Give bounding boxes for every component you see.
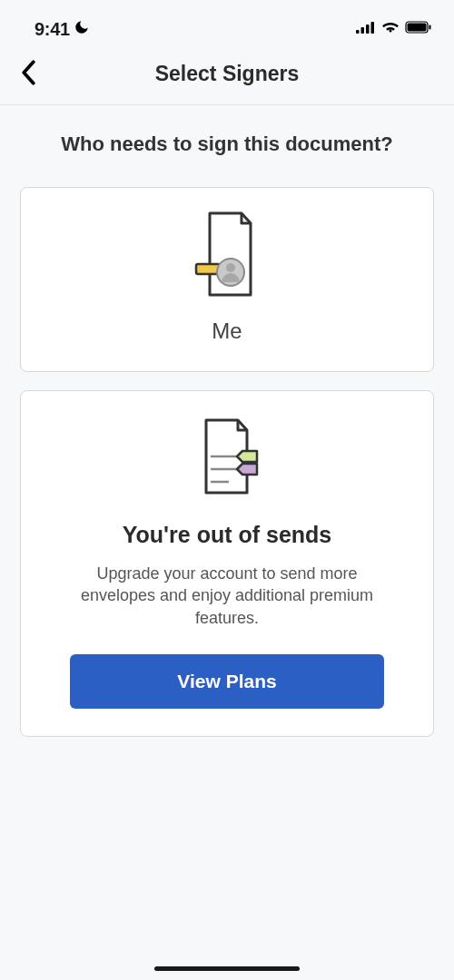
upgrade-card: You're out of sends Upgrade your account… (20, 390, 434, 737)
home-indicator[interactable] (154, 966, 300, 971)
section-heading: Who needs to sign this document? (20, 132, 434, 156)
cellular-signal-icon (356, 21, 376, 37)
chevron-left-icon (20, 60, 37, 85)
status-right (356, 21, 432, 37)
signer-option-me[interactable]: Me (20, 187, 434, 372)
signer-option-me-label: Me (212, 318, 242, 344)
view-plans-button[interactable]: View Plans (70, 654, 384, 709)
svg-rect-5 (408, 24, 427, 32)
status-left: 9:41 (35, 19, 90, 40)
upgrade-description: Upgrade your account to send more envelo… (70, 563, 384, 629)
upgrade-title: You're out of sends (123, 522, 332, 548)
svg-rect-1 (361, 27, 365, 34)
status-time: 9:41 (35, 19, 70, 40)
svg-rect-2 (366, 24, 370, 34)
content-area: Who needs to sign this document? Me (0, 105, 454, 782)
svg-rect-6 (429, 25, 431, 30)
page-title: Select Signers (18, 62, 436, 86)
back-button[interactable] (20, 60, 37, 89)
document-sends-icon (192, 418, 262, 502)
status-bar: 9:41 (0, 0, 454, 45)
svg-point-10 (226, 263, 235, 272)
nav-bar: Select Signers (0, 45, 454, 105)
battery-icon (405, 21, 432, 37)
document-me-icon (191, 211, 263, 306)
wifi-icon (381, 21, 400, 37)
svg-rect-3 (371, 22, 375, 34)
svg-rect-0 (356, 30, 360, 34)
moon-icon (74, 19, 90, 39)
